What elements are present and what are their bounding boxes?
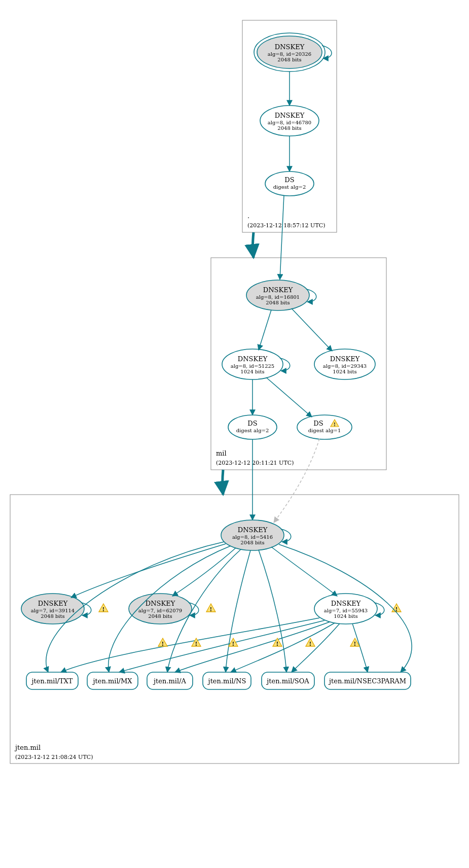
node-root-zsk: DNSKEY alg=8, id=46780 2048 bits (260, 106, 319, 136)
leaf-mx: jten.mil/MX (87, 672, 138, 689)
svg-text:DS: DS (284, 176, 294, 184)
node-mil-zsk1: DNSKEY alg=8, id=51225 1024 bits (222, 349, 290, 379)
svg-text:jten.mil/A: jten.mil/A (153, 677, 186, 685)
warning-icon: ! (206, 604, 215, 613)
svg-text:!: ! (276, 641, 279, 647)
leaf-a: jten.mil/A (147, 672, 193, 689)
svg-text:!: ! (354, 641, 356, 647)
edge-zone-root-to-mil (253, 232, 254, 258)
svg-text:2048 bits: 2048 bits (240, 540, 264, 545)
edge-jten-ksk-k3 (271, 547, 337, 596)
zone-mil-label: mil (216, 449, 227, 457)
svg-text:alg=8, id=16801: alg=8, id=16801 (256, 294, 300, 300)
svg-text:2048 bits: 2048 bits (266, 300, 290, 305)
svg-text:!: ! (334, 422, 336, 427)
node-mil-zsk2: DNSKEY alg=8, id=29343 1024 bits (314, 349, 375, 379)
node-mil-ds2: DS digest alg=2 (228, 415, 277, 439)
warning-icon: ! (306, 638, 315, 647)
warning-icon: ! (99, 604, 108, 613)
svg-text:2048 bits: 2048 bits (41, 613, 64, 619)
svg-text:DNSKEY: DNSKEY (263, 286, 293, 294)
svg-text:DNSKEY: DNSKEY (238, 355, 268, 363)
svg-text:1024 bits: 1024 bits (240, 369, 264, 374)
edge-mil-ksk-zsk1 (259, 310, 271, 350)
svg-point-27 (228, 415, 277, 439)
zone-root-timestamp: (2023-12-12 18:57:12 UTC) (247, 222, 325, 229)
svg-text:1024 bits: 1024 bits (333, 369, 356, 374)
edge-zone-mil-to-jten (223, 470, 224, 495)
svg-text:DNSKEY: DNSKEY (238, 526, 268, 534)
node-root-ksk: DNSKEY alg=8, id=20326 2048 bits (254, 33, 332, 72)
svg-text:jten.mil/TXT: jten.mil/TXT (30, 677, 73, 685)
node-root-ds: DS digest alg=2 (265, 171, 314, 196)
svg-text:2048 bits: 2048 bits (148, 613, 172, 619)
svg-text:alg=7, id=55943: alg=7, id=55943 (324, 608, 368, 613)
edge-jten-k3-leaf-nsec (352, 623, 368, 672)
zone-jten-label: jten.mil (14, 744, 41, 751)
edge-root-ds-mil-ksk (280, 195, 284, 280)
warning-icon: ! (350, 638, 359, 647)
zone-root-label: . (247, 212, 249, 220)
svg-point-30 (297, 415, 352, 439)
warning-icon: ! (392, 604, 401, 613)
svg-text:alg=8, id=5416: alg=8, id=5416 (232, 534, 273, 540)
svg-text:DNSKEY: DNSKEY (146, 600, 175, 607)
node-jten-k3: DNSKEY alg=7, id=55943 1024 bits ! (314, 594, 401, 624)
svg-text:alg=7, id=62079: alg=7, id=62079 (138, 608, 182, 613)
svg-text:DNSKEY: DNSKEY (275, 112, 305, 119)
svg-text:alg=8, id=29343: alg=8, id=29343 (323, 363, 367, 369)
svg-text:2048 bits: 2048 bits (277, 125, 301, 131)
warning-icon: ! (158, 638, 167, 647)
svg-text:!: ! (210, 606, 212, 613)
svg-text:jten.mil/MX: jten.mil/MX (92, 677, 132, 685)
edge-jten-ksk-k1 (71, 544, 226, 598)
svg-text:alg=8, id=20326: alg=8, id=20326 (268, 51, 311, 57)
svg-text:digest alg=2: digest alg=2 (236, 428, 269, 433)
svg-text:DNSKEY: DNSKEY (330, 355, 360, 363)
leaf-txt: jten.mil/TXT (26, 672, 78, 689)
leaf-nsec: jten.mil/NSEC3PARAM (324, 672, 411, 689)
zone-jten-timestamp: (2023-12-12 21:08:24 UTC) (15, 754, 93, 760)
svg-text:!: ! (309, 641, 312, 647)
node-mil-ksk: DNSKEY alg=8, id=16801 2048 bits (246, 280, 316, 310)
svg-text:DNSKEY: DNSKEY (38, 600, 68, 607)
node-jten-k2: DNSKEY alg=7, id=62079 2048 bits ! (129, 594, 215, 624)
svg-text:jten.mil/NSEC3PARAM: jten.mil/NSEC3PARAM (328, 677, 406, 685)
svg-text:2048 bits: 2048 bits (277, 57, 301, 62)
zone-mil-timestamp: (2023-12-12 20:11:21 UTC) (216, 460, 294, 466)
svg-text:alg=8, id=51225: alg=8, id=51225 (231, 363, 274, 369)
node-jten-ksk: DNSKEY alg=8, id=5416 2048 bits (221, 520, 291, 550)
svg-text:!: ! (162, 641, 164, 647)
edge-jten-k3-leaf-mx (119, 620, 324, 672)
svg-text:DNSKEY: DNSKEY (275, 43, 305, 51)
svg-text:DS: DS (313, 420, 323, 427)
svg-point-12 (265, 171, 314, 196)
edge-mil-ksk-zsk2 (292, 308, 332, 351)
svg-text:jten.mil/NS: jten.mil/NS (207, 677, 246, 685)
svg-text:digest alg=2: digest alg=2 (273, 184, 306, 190)
svg-text:!: ! (195, 641, 198, 647)
svg-text:DNSKEY: DNSKEY (331, 600, 361, 607)
edge-mil-zsk1-ds1 (266, 377, 312, 417)
svg-text:1024 bits: 1024 bits (334, 613, 357, 619)
edge-jten-k3-leaf-soa (292, 623, 340, 672)
svg-text:alg=8, id=46780: alg=8, id=46780 (268, 120, 311, 125)
svg-text:!: ! (102, 606, 105, 613)
node-mil-ds1: DS digest alg=1 ! (297, 415, 352, 439)
edge-mil-ds1-jten-ksk (274, 439, 319, 523)
node-jten-k1: DNSKEY alg=7, id=39114 2048 bits ! (21, 594, 108, 624)
warning-icon: ! (273, 638, 282, 647)
svg-text:digest alg=1: digest alg=1 (308, 428, 341, 433)
svg-text:alg=7, id=39114: alg=7, id=39114 (31, 608, 75, 613)
leaf-soa: jten.mil/SOA (262, 672, 314, 689)
svg-text:DS: DS (247, 420, 257, 427)
leaf-ns: jten.mil/NS (203, 672, 251, 689)
svg-text:jten.mil/SOA: jten.mil/SOA (266, 677, 309, 685)
edge-jten-k3-leaf-a (175, 622, 330, 672)
svg-text:!: ! (232, 641, 235, 647)
edge-jten-ksk-leaf-ns (226, 550, 250, 672)
